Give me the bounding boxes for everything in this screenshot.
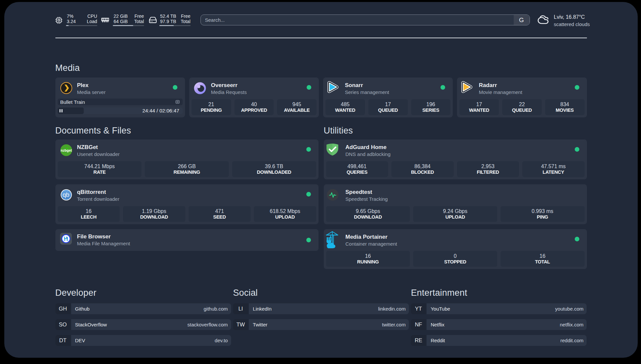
svg-text:qb: qb [62,191,69,198]
svg-text:nzbget: nzbget [61,148,72,152]
